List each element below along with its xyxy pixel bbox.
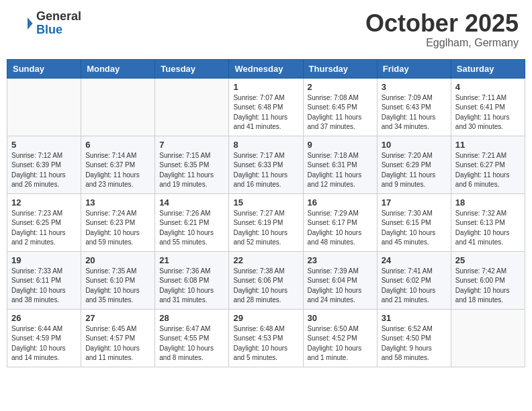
day-info: Sunrise: 7:29 AM Sunset: 6:17 PM Dayligh…	[308, 209, 373, 248]
day-number: 30	[308, 313, 373, 323]
calendar-week-row: 26Sunrise: 6:44 AM Sunset: 4:59 PM Dayli…	[7, 309, 525, 367]
day-info: Sunrise: 7:32 AM Sunset: 6:13 PM Dayligh…	[455, 209, 521, 248]
calendar-cell: 5Sunrise: 7:12 AM Sunset: 6:39 PM Daylig…	[7, 136, 81, 193]
calendar-cell: 25Sunrise: 7:42 AM Sunset: 6:00 PM Dayli…	[451, 251, 525, 309]
day-number: 23	[308, 255, 373, 265]
day-info: Sunrise: 7:12 AM Sunset: 6:39 PM Dayligh…	[11, 151, 77, 190]
day-number: 10	[382, 140, 447, 150]
calendar-cell: 12Sunrise: 7:23 AM Sunset: 6:25 PM Dayli…	[7, 193, 81, 251]
day-info: Sunrise: 7:15 AM Sunset: 6:35 PM Dayligh…	[159, 151, 224, 190]
calendar-table: SundayMondayTuesdayWednesdayThursdayFrid…	[7, 59, 525, 367]
day-info: Sunrise: 7:27 AM Sunset: 6:19 PM Dayligh…	[233, 209, 298, 248]
calendar-cell: 28Sunrise: 6:47 AM Sunset: 4:55 PM Dayli…	[155, 309, 229, 367]
calendar-week-row: 5Sunrise: 7:12 AM Sunset: 6:39 PM Daylig…	[7, 136, 525, 193]
calendar-cell: 27Sunrise: 6:45 AM Sunset: 4:57 PM Dayli…	[81, 309, 155, 367]
calendar-cell: 26Sunrise: 6:44 AM Sunset: 4:59 PM Dayli…	[7, 309, 81, 367]
weekday-header: Friday	[377, 59, 451, 78]
month-title: October 2025	[365, 10, 519, 37]
day-number: 19	[11, 255, 77, 265]
calendar-cell: 1Sunrise: 7:07 AM Sunset: 6:48 PM Daylig…	[229, 78, 303, 136]
day-number: 20	[85, 255, 150, 265]
logo-blue-text: Blue	[36, 24, 81, 37]
logo: General Blue	[13, 10, 81, 37]
day-info: Sunrise: 6:52 AM Sunset: 4:50 PM Dayligh…	[382, 324, 447, 363]
calendar-cell: 17Sunrise: 7:30 AM Sunset: 6:15 PM Dayli…	[377, 193, 451, 251]
day-number: 7	[159, 140, 224, 150]
day-info: Sunrise: 7:30 AM Sunset: 6:15 PM Dayligh…	[382, 209, 447, 248]
day-number: 22	[233, 255, 298, 265]
day-number: 1	[233, 82, 298, 92]
day-info: Sunrise: 7:08 AM Sunset: 6:45 PM Dayligh…	[308, 93, 373, 132]
logo-text: General Blue	[36, 10, 81, 37]
weekday-header: Thursday	[303, 59, 377, 78]
day-number: 11	[455, 140, 521, 150]
calendar-cell: 2Sunrise: 7:08 AM Sunset: 6:45 PM Daylig…	[303, 78, 377, 136]
day-number: 5	[11, 140, 77, 150]
calendar-cell: 11Sunrise: 7:21 AM Sunset: 6:27 PM Dayli…	[451, 136, 525, 193]
calendar-cell	[81, 78, 155, 136]
calendar-cell: 6Sunrise: 7:14 AM Sunset: 6:37 PM Daylig…	[81, 136, 155, 193]
day-info: Sunrise: 7:09 AM Sunset: 6:43 PM Dayligh…	[382, 93, 447, 132]
day-number: 6	[85, 140, 150, 150]
calendar-cell: 22Sunrise: 7:38 AM Sunset: 6:06 PM Dayli…	[229, 251, 303, 309]
day-info: Sunrise: 7:39 AM Sunset: 6:04 PM Dayligh…	[308, 267, 373, 306]
title-block: October 2025 Egglham, Germany	[365, 10, 519, 49]
day-number: 24	[382, 255, 447, 265]
day-number: 4	[455, 82, 521, 92]
location-text: Egglham, Germany	[365, 37, 519, 49]
calendar-cell: 16Sunrise: 7:29 AM Sunset: 6:17 PM Dayli…	[303, 193, 377, 251]
day-info: Sunrise: 7:23 AM Sunset: 6:25 PM Dayligh…	[11, 209, 77, 248]
calendar-cell: 19Sunrise: 7:33 AM Sunset: 6:11 PM Dayli…	[7, 251, 81, 309]
day-info: Sunrise: 7:14 AM Sunset: 6:37 PM Dayligh…	[85, 151, 150, 190]
weekday-header: Monday	[81, 59, 155, 78]
calendar-cell: 31Sunrise: 6:52 AM Sunset: 4:50 PM Dayli…	[377, 309, 451, 367]
day-number: 28	[159, 313, 224, 323]
day-info: Sunrise: 7:18 AM Sunset: 6:31 PM Dayligh…	[308, 151, 373, 190]
day-number: 21	[159, 255, 224, 265]
day-number: 15	[233, 197, 298, 208]
day-info: Sunrise: 7:26 AM Sunset: 6:21 PM Dayligh…	[159, 209, 224, 248]
day-info: Sunrise: 6:47 AM Sunset: 4:55 PM Dayligh…	[159, 324, 224, 363]
weekday-header: Sunday	[7, 59, 81, 78]
calendar-cell: 8Sunrise: 7:17 AM Sunset: 6:33 PM Daylig…	[229, 136, 303, 193]
calendar-cell: 15Sunrise: 7:27 AM Sunset: 6:19 PM Dayli…	[229, 193, 303, 251]
day-info: Sunrise: 7:11 AM Sunset: 6:41 PM Dayligh…	[455, 93, 521, 132]
weekday-header: Wednesday	[229, 59, 303, 78]
day-info: Sunrise: 6:50 AM Sunset: 4:52 PM Dayligh…	[308, 324, 373, 363]
calendar-week-row: 19Sunrise: 7:33 AM Sunset: 6:11 PM Dayli…	[7, 251, 525, 309]
day-info: Sunrise: 7:41 AM Sunset: 6:02 PM Dayligh…	[382, 267, 447, 306]
day-info: Sunrise: 7:35 AM Sunset: 6:10 PM Dayligh…	[85, 267, 150, 306]
weekday-header-row: SundayMondayTuesdayWednesdayThursdayFrid…	[7, 59, 525, 78]
day-info: Sunrise: 7:36 AM Sunset: 6:08 PM Dayligh…	[159, 267, 224, 306]
calendar-cell: 18Sunrise: 7:32 AM Sunset: 6:13 PM Dayli…	[451, 193, 525, 251]
calendar-cell	[7, 78, 81, 136]
calendar-week-row: 1Sunrise: 7:07 AM Sunset: 6:48 PM Daylig…	[7, 78, 525, 136]
calendar-cell: 14Sunrise: 7:26 AM Sunset: 6:21 PM Dayli…	[155, 193, 229, 251]
day-info: Sunrise: 6:44 AM Sunset: 4:59 PM Dayligh…	[11, 324, 77, 363]
calendar-cell: 13Sunrise: 7:24 AM Sunset: 6:23 PM Dayli…	[81, 193, 155, 251]
day-info: Sunrise: 7:20 AM Sunset: 6:29 PM Dayligh…	[382, 151, 447, 190]
day-number: 3	[382, 82, 447, 92]
page-header: General Blue October 2025 Egglham, Germa…	[7, 7, 525, 52]
logo-general-text: General	[36, 10, 81, 24]
day-number: 8	[233, 140, 298, 150]
day-number: 18	[455, 197, 521, 208]
day-info: Sunrise: 7:24 AM Sunset: 6:23 PM Dayligh…	[85, 209, 150, 248]
weekday-header: Saturday	[451, 59, 525, 78]
svg-marker-1	[30, 15, 34, 21]
day-number: 27	[85, 313, 150, 323]
weekday-header: Tuesday	[155, 59, 229, 78]
day-info: Sunrise: 7:21 AM Sunset: 6:27 PM Dayligh…	[455, 151, 521, 190]
calendar-cell: 24Sunrise: 7:41 AM Sunset: 6:02 PM Dayli…	[377, 251, 451, 309]
day-number: 17	[382, 197, 447, 208]
calendar-cell: 4Sunrise: 7:11 AM Sunset: 6:41 PM Daylig…	[451, 78, 525, 136]
calendar-cell: 23Sunrise: 7:39 AM Sunset: 6:04 PM Dayli…	[303, 251, 377, 309]
day-number: 14	[159, 197, 224, 208]
day-number: 31	[382, 313, 447, 323]
day-number: 9	[308, 140, 373, 150]
calendar-cell	[451, 309, 525, 367]
day-number: 29	[233, 313, 298, 323]
calendar-cell: 29Sunrise: 6:48 AM Sunset: 4:53 PM Dayli…	[229, 309, 303, 367]
day-number: 2	[308, 82, 373, 92]
day-info: Sunrise: 7:33 AM Sunset: 6:11 PM Dayligh…	[11, 267, 77, 306]
